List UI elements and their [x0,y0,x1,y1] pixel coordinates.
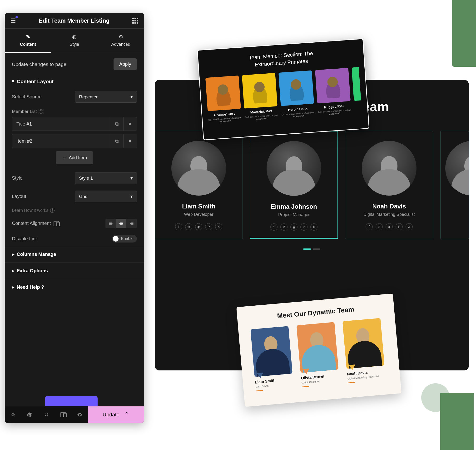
avatar [171,141,226,195]
list-item-label: Item #2 [12,135,110,148]
preview-variant-primates: Team Member Section: TheExtraordinary Pr… [197,38,370,140]
team-card[interactable]: Liam Smith Web Developer f ⊚ ◉ P X [155,131,243,239]
dribbble-icon[interactable]: ⊚ [185,223,192,230]
info-icon[interactable]: ? [39,109,43,114]
section-extra-options[interactable]: ▸Extra Options [5,262,144,279]
disable-link-toggle[interactable]: Enable [112,235,137,243]
social-row: f ⊚ ◉ P X [255,224,333,231]
select-source-dropdown[interactable]: Repeater▾ [75,91,137,103]
list-item[interactable]: Title #1 ⧉ ✕ [12,117,137,131]
facebook-icon[interactable]: f [366,223,373,230]
learn-link[interactable]: Learn How it works? [5,206,144,215]
responsive-icon[interactable] [53,221,59,226]
pinterest-icon[interactable]: P [395,223,403,230]
speech-tail-icon [349,364,356,370]
purple-bar [45,396,98,406]
update-button[interactable]: Update⌃ [88,406,144,423]
primate-image [242,73,277,108]
member-name: Emma Johnson [255,203,333,210]
carousel-dots [164,246,459,251]
sidebar-body: Update changes to page Apply ▸Content La… [5,53,144,406]
preview-eye-icon[interactable] [71,412,88,418]
align-right-button[interactable] [126,219,137,228]
facebook-icon[interactable]: f [175,223,182,230]
chevron-right-icon: ▸ [12,268,14,273]
dribbble-icon[interactable]: ⊚ [376,223,383,230]
pinterest-icon[interactable]: P [300,224,308,231]
apps-grid-icon[interactable] [132,18,138,24]
dribbble-icon[interactable]: ⊚ [280,224,288,231]
apply-row: Update changes to page Apply [5,53,144,75]
menu-icon[interactable]: ☰ [11,17,16,24]
row-select-source: Select Source Repeater▾ [5,88,144,106]
primate-name: Grumpy Gory [208,111,241,117]
label-select-source: Select Source [12,94,42,100]
primate-card[interactable]: Maverick MaxDo I look like someone who e… [242,73,278,122]
svg-rect-7 [130,223,134,224]
add-item-button[interactable]: ＋Add Item [56,151,93,164]
primate-card-partial [352,67,361,101]
responsive-icon[interactable] [55,412,71,417]
style-dropdown[interactable]: Style 1▾ [75,172,137,184]
duplicate-icon[interactable]: ⧉ [110,117,123,130]
notification-dot [16,16,18,18]
speech-tail-icon [303,368,310,374]
instagram-icon[interactable]: ◉ [290,224,297,231]
cream-card[interactable]: Noah DavisDigital Marketing Specialist [342,318,388,383]
team-card-highlighted[interactable]: Emma Johnson Project Manager f ⊚ ◉ P X [250,131,338,239]
carousel-dot[interactable] [313,249,320,250]
svg-rect-8 [131,225,134,225]
cream-image [342,318,385,369]
team-card[interactable]: Noah Davis Digital Marketing Specialist … [345,131,433,239]
align-center-button[interactable] [116,219,126,228]
primate-card[interactable]: Heroic HankDo I look like someone who en… [279,70,315,119]
instagram-icon[interactable]: ◉ [195,223,202,230]
chevron-down-icon: ▾ [130,94,133,100]
member-role: Project Manager [255,212,333,217]
primate-name: Heroic Hank [281,106,315,112]
chevron-down-icon: ▾ [130,194,133,199]
close-icon[interactable]: ✕ [123,134,137,148]
x-icon[interactable]: X [310,224,318,231]
section-columns-manage[interactable]: ▸Columns Manage [5,246,144,262]
instagram-icon[interactable]: ◉ [386,223,393,230]
sidebar-tabs: ✎Content ◐Style ⚙Advanced [5,29,144,53]
primate-card[interactable]: Rugged RickDo I look like someone who en… [315,68,352,117]
section-title-content-layout[interactable]: ▸Content Layout [12,79,137,84]
apply-button[interactable]: Apply [114,58,137,70]
pinterest-icon[interactable]: P [205,223,212,230]
x-icon[interactable]: X [215,223,222,230]
tab-advanced[interactable]: ⚙Advanced [98,29,144,53]
avatar [362,141,417,195]
member-role: Web Developer [160,212,238,217]
align-left-button[interactable] [105,219,116,228]
team-card-partial[interactable] [440,131,469,239]
label-alignment: Content Alignment [12,221,59,226]
primate-card[interactable]: Grumpy GoryDo I look like someone who en… [205,76,242,124]
primate-image [315,68,351,103]
apply-text: Update changes to page [12,61,66,67]
x-icon[interactable]: X [406,223,413,230]
layout-dropdown[interactable]: Grid▾ [75,190,137,202]
cream-card[interactable]: Liam SmithLiam Smith [250,326,296,391]
primates-title: Team Member Section: TheExtraordinary Pr… [205,47,357,72]
social-row: f ⊚ ◉ P X [350,223,428,230]
settings-icon[interactable]: ⚙ [5,412,21,418]
layers-icon[interactable] [21,412,38,418]
facebook-icon[interactable]: f [270,224,278,231]
list-item[interactable]: Item #2 ⧉ ✕ [12,134,137,148]
cream-card[interactable]: Olivia BrownUX/UI Designer [296,322,342,387]
duplicate-icon[interactable]: ⧉ [110,134,123,148]
tab-content[interactable]: ✎Content [5,29,51,53]
tab-style[interactable]: ◐Style [51,29,98,53]
close-icon[interactable]: ✕ [123,117,137,130]
carousel-dot-active[interactable] [303,249,311,250]
label-layout: Layout [12,194,26,199]
label-member-list: Member List? [12,106,137,117]
history-icon[interactable]: ↺ [38,412,55,418]
label-style: Style [12,175,22,181]
decorative-shape-top-right [452,0,476,67]
align-button-group [105,219,137,228]
chevron-down-icon: ▾ [130,175,133,181]
section-need-help[interactable]: ▸Need Help ? [5,279,144,295]
